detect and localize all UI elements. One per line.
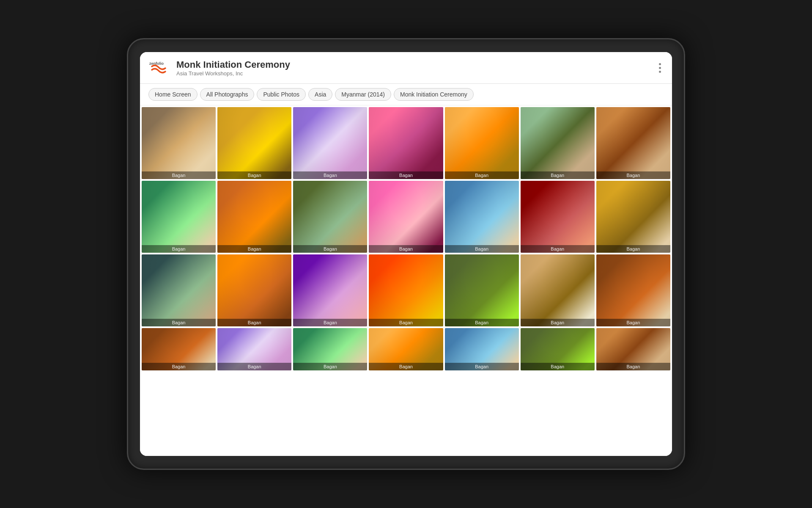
logo-area: zenfolio [148,58,168,77]
photo-cell[interactable]: Bagan [369,328,443,370]
photo-label: Bagan [596,245,670,253]
photo-label: Bagan [445,245,519,253]
page-title: Monk Initiation Ceremony [176,59,290,70]
photo-label: Bagan [217,171,291,179]
photo-cell[interactable]: Bagan [445,328,519,370]
photo-label: Bagan [142,363,216,370]
photo-cell[interactable]: Bagan [293,254,367,326]
photo-label: Bagan [293,363,367,370]
photo-label: Bagan [596,363,670,370]
breadcrumb-all-photographs[interactable]: All Photographs [200,88,255,101]
menu-dot-2 [659,67,661,69]
menu-dot-3 [659,71,661,73]
breadcrumb-home-screen[interactable]: Home Screen [148,88,198,101]
photo-label: Bagan [369,319,443,326]
svg-text:zenfolio: zenfolio [149,61,164,66]
tablet-screen: zenfolio Monk Initiation Ceremony Asia T… [140,52,672,456]
breadcrumb-myanmar-2014[interactable]: Myanmar (2014) [335,88,391,101]
breadcrumb-monk-initiation[interactable]: Monk Initiation Ceremony [394,88,474,101]
photo-label: Bagan [596,171,670,179]
photo-cell[interactable]: Bagan [142,181,216,253]
photo-label: Bagan [521,319,595,326]
photo-cell[interactable]: Bagan [445,254,519,326]
photo-cell[interactable]: Bagan [293,328,367,370]
photo-cell[interactable]: Bagan [521,181,595,253]
photo-label: Bagan [521,363,595,370]
photo-row-2: Bagan Bagan Bagan Bagan Bagan Bagan [142,181,670,253]
photo-label: Bagan [445,319,519,326]
photo-cell[interactable]: Bagan [445,107,519,179]
photo-cell[interactable]: Bagan [521,107,595,179]
photo-cell[interactable]: Bagan [596,328,670,370]
tablet-frame: zenfolio Monk Initiation Ceremony Asia T… [127,38,685,470]
photo-cell[interactable]: Bagan [142,254,216,326]
app-header: zenfolio Monk Initiation Ceremony Asia T… [140,52,672,84]
photo-cell[interactable]: Bagan [445,181,519,253]
photo-label: Bagan [293,171,367,179]
photo-row-4: Bagan Bagan Bagan Bagan Bagan Bagan [142,328,670,370]
photo-cell[interactable]: Bagan [217,107,291,179]
photo-cell[interactable]: Bagan [217,254,291,326]
photo-label: Bagan [217,363,291,370]
breadcrumb-nav: Home Screen All Photographs Public Photo… [140,84,672,105]
photo-cell[interactable]: Bagan [293,107,367,179]
photo-label: Bagan [369,171,443,179]
photo-label: Bagan [521,245,595,253]
photo-cell[interactable]: Bagan [293,181,367,253]
more-options-button[interactable] [656,61,664,75]
breadcrumb-asia[interactable]: Asia [308,88,332,101]
photo-label: Bagan [142,171,216,179]
header-titles: Monk Initiation Ceremony Asia Travel Wor… [176,59,290,77]
photo-label: Bagan [142,245,216,253]
photo-label: Bagan [445,363,519,370]
photo-cell[interactable]: Bagan [521,254,595,326]
photo-row-3: Bagan Bagan Bagan Bagan Bagan Bagan [142,254,670,326]
photo-cell[interactable]: Bagan [369,181,443,253]
photo-cell[interactable]: Bagan [369,107,443,179]
breadcrumb-public-photos[interactable]: Public Photos [257,88,306,101]
photo-label: Bagan [596,319,670,326]
page-subtitle: Asia Travel Workshops, Inc [176,70,290,77]
photo-cell[interactable]: Bagan [217,328,291,370]
photo-cell[interactable]: Bagan [596,254,670,326]
photo-cell[interactable]: Bagan [596,107,670,179]
photo-cell[interactable]: Bagan [142,328,216,370]
photo-cell[interactable]: Bagan [521,328,595,370]
photo-cell[interactable]: Bagan [369,254,443,326]
photo-label: Bagan [369,363,443,370]
photo-label: Bagan [293,319,367,326]
photo-label: Bagan [142,319,216,326]
photo-label: Bagan [217,319,291,326]
photo-row-1: Bagan Bagan Bagan Bagan Bagan Bagan [142,107,670,179]
photo-label: Bagan [217,245,291,253]
photo-grid: Bagan Bagan Bagan Bagan Bagan Bagan [140,105,672,456]
photo-cell[interactable]: Bagan [596,181,670,253]
photo-label: Bagan [293,245,367,253]
menu-dot-1 [659,63,661,65]
photo-cell[interactable]: Bagan [142,107,216,179]
zenfolio-logo: zenfolio [148,58,168,77]
photo-label: Bagan [521,171,595,179]
photo-cell[interactable]: Bagan [217,181,291,253]
photo-label: Bagan [369,245,443,253]
photo-label: Bagan [445,171,519,179]
